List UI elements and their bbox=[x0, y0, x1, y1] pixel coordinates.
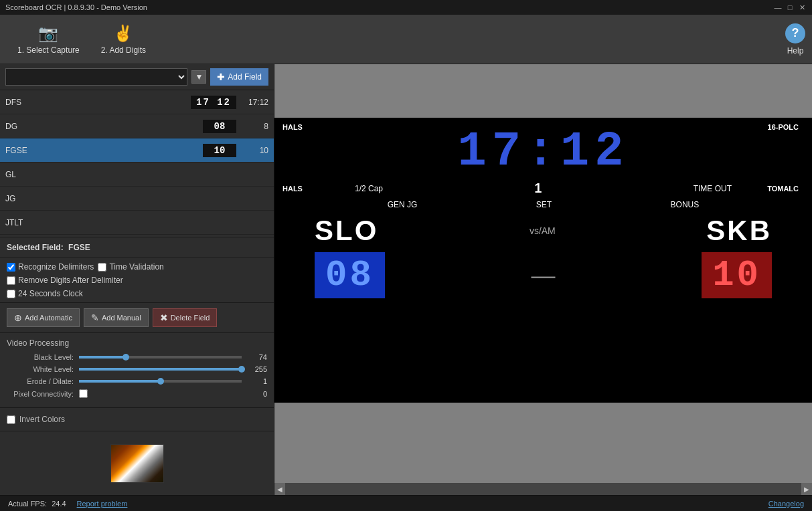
top-gray-area bbox=[274, 64, 812, 118]
field-row-dfs[interactable]: DFS 17 12 17:12 bbox=[0, 90, 274, 114]
erode-dilate-value: 1 bbox=[247, 377, 267, 385]
field-selector-dropdown[interactable] bbox=[5, 68, 187, 86]
minimize-button[interactable]: — bbox=[773, 3, 783, 12]
add-field-button[interactable]: ✚ Add Field bbox=[210, 68, 268, 86]
select-capture-button[interactable]: 📷 1. Select Capture bbox=[7, 20, 90, 59]
thumbnail-area bbox=[0, 431, 274, 495]
remove-digits-label: Remove Digits After Delimiter bbox=[18, 276, 123, 285]
field-display-fgse: 10 bbox=[203, 144, 236, 157]
score-right: 10 bbox=[702, 252, 772, 298]
white-level-thumb[interactable] bbox=[238, 366, 245, 373]
field-name-jtlt: JTLT bbox=[5, 218, 268, 227]
remove-digits-checkbox[interactable] bbox=[7, 276, 15, 285]
corner-label-top-left: HALS bbox=[282, 123, 303, 131]
add-automatic-icon: ⊕ bbox=[14, 312, 22, 323]
selected-field-label: Selected Field: FGSE bbox=[7, 243, 90, 252]
window-controls: — □ ✕ bbox=[773, 3, 807, 12]
changelog-link[interactable]: Changelog bbox=[768, 500, 804, 508]
invert-colors-label: Invert Colors bbox=[19, 415, 65, 424]
erode-dilate-label: Erode / Dilate: bbox=[7, 377, 74, 385]
field-name-jg: JG bbox=[5, 194, 268, 203]
close-button[interactable]: ✕ bbox=[797, 3, 807, 12]
scroll-track[interactable] bbox=[285, 483, 801, 495]
field-row-jtlt[interactable]: JTLT bbox=[0, 211, 274, 235]
select-capture-label: 1. Select Capture bbox=[17, 45, 80, 55]
timer-row: 17:12 bbox=[274, 118, 812, 179]
add-automatic-button[interactable]: ⊕ Add Automatic bbox=[7, 308, 80, 327]
field-name-gl: GL bbox=[5, 170, 268, 179]
erode-dilate-row: Erode / Dilate: 1 bbox=[7, 377, 267, 385]
24-seconds-option: 24 Seconds Clock bbox=[7, 289, 83, 298]
timeout-label: TIME OUT bbox=[694, 184, 732, 193]
field-text-fgse: 10 bbox=[242, 146, 268, 155]
time-validation-option: Time Validation bbox=[98, 262, 163, 272]
team-left: SLO bbox=[315, 215, 378, 247]
erode-dilate-slider[interactable] bbox=[79, 380, 242, 383]
black-level-slider[interactable] bbox=[79, 356, 242, 359]
pixel-connectivity-checkbox[interactable] bbox=[79, 389, 88, 398]
field-row-jg[interactable]: JG bbox=[0, 187, 274, 211]
recognize-delimiters-checkbox[interactable] bbox=[7, 263, 15, 272]
corner-label-top-right: 16-POLC bbox=[768, 123, 799, 131]
scroll-right-button[interactable]: ▶ bbox=[801, 483, 812, 495]
bottom-gray-area bbox=[274, 403, 812, 483]
invert-colors-checkbox[interactable] bbox=[7, 415, 15, 424]
video-processing-section: Video Processing Black Level: 74 White L… bbox=[0, 333, 274, 408]
field-text-dg: 8 bbox=[242, 122, 268, 131]
white-level-slider[interactable] bbox=[79, 368, 242, 371]
white-level-row: White Level: 255 bbox=[7, 365, 267, 373]
time-validation-label: Time Validation bbox=[109, 262, 163, 272]
remove-digits-option: Remove Digits After Delimiter bbox=[7, 276, 267, 285]
report-problem-link[interactable]: Report problem bbox=[77, 500, 128, 508]
period-row: 1/2 Cap 1 TIME OUT bbox=[274, 179, 812, 197]
app-title: Scoreboard OCR | 0.8.9.30 - Demo Version bbox=[5, 3, 773, 11]
action-buttons: ⊕ Add Automatic ✎ Add Manual ✖ Delete Fi… bbox=[0, 303, 274, 333]
black-level-row: Black Level: 74 bbox=[7, 353, 267, 361]
add-digits-label: 2. Add Digits bbox=[101, 45, 146, 55]
field-display-dg: 08 bbox=[203, 120, 236, 133]
options-checkboxes: Recognize Delimiters Time Validation Rem… bbox=[0, 258, 274, 303]
statusbar: Actual FPS: 24.4 Report problem Changelo… bbox=[0, 495, 812, 511]
field-name-dg: DG bbox=[5, 122, 203, 131]
24-seconds-checkbox[interactable] bbox=[7, 290, 15, 298]
time-validation-checkbox[interactable] bbox=[98, 263, 106, 272]
help-icon: ? bbox=[785, 23, 805, 43]
black-level-label: Black Level: bbox=[7, 353, 74, 361]
fields-list: DFS 17 12 17:12 DG 08 8 FGSE 10 10 GL bbox=[0, 90, 274, 237]
white-level-label: White Level: bbox=[7, 365, 74, 373]
add-field-icon: ✚ bbox=[217, 72, 225, 82]
delete-field-icon: ✖ bbox=[160, 312, 168, 323]
info-right: BONUS bbox=[671, 200, 700, 209]
invert-colors-row: Invert Colors bbox=[7, 412, 267, 427]
video-processing-title: Video Processing bbox=[7, 338, 267, 348]
fps-value: 24.4 bbox=[52, 500, 66, 508]
white-level-value: 255 bbox=[247, 365, 267, 373]
add-manual-button[interactable]: ✎ Add Manual bbox=[84, 308, 149, 327]
recognize-delimiters-label: Recognize Delimiters bbox=[18, 262, 94, 272]
erode-dilate-thumb[interactable] bbox=[157, 378, 164, 385]
help-button[interactable]: ? Help bbox=[785, 23, 805, 56]
black-level-thumb[interactable] bbox=[123, 354, 129, 361]
dropdown-arrow[interactable]: ▼ bbox=[191, 70, 206, 84]
black-level-value: 74 bbox=[247, 353, 267, 361]
invert-colors-section: Invert Colors bbox=[0, 408, 274, 431]
24-seconds-label: 24 Seconds Clock bbox=[18, 289, 83, 298]
maximize-button[interactable]: □ bbox=[785, 3, 795, 12]
scoreboard-display: HALS HALS TOMALC 16-POLC 17:12 1/2 Cap 1… bbox=[274, 118, 812, 403]
delete-field-button[interactable]: ✖ Delete Field bbox=[153, 308, 218, 327]
field-row-dg[interactable]: DG 08 8 bbox=[0, 114, 274, 138]
delete-field-label: Delete Field bbox=[171, 314, 210, 322]
team-vs: vs/AM bbox=[530, 225, 556, 236]
scores-row: 08 — 10 bbox=[274, 249, 812, 301]
main-layout: ▼ ✚ Add Field DFS 17 12 17:12 DG 08 8 F bbox=[0, 64, 812, 495]
scroll-left-button[interactable]: ◀ bbox=[274, 483, 285, 495]
selected-field-name: FGSE bbox=[68, 243, 90, 252]
period-value: 1 bbox=[534, 181, 542, 196]
add-manual-label: Add Manual bbox=[102, 314, 141, 322]
recognize-delimiters-option: Recognize Delimiters bbox=[7, 262, 94, 272]
field-row-gl[interactable]: GL bbox=[0, 163, 274, 187]
add-digits-button[interactable]: ✌ 2. Add Digits bbox=[90, 20, 157, 59]
toolbar: 📷 1. Select Capture ✌ 2. Add Digits ? He… bbox=[0, 15, 812, 64]
field-row-fgse[interactable]: FGSE 10 10 bbox=[0, 138, 274, 163]
camera-icon: 📷 bbox=[38, 24, 58, 43]
